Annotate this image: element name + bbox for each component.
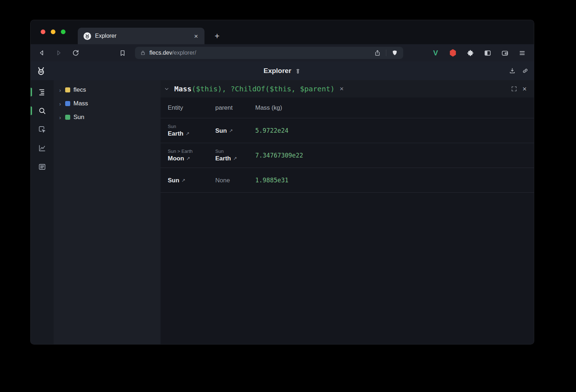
active-indicator	[31, 88, 32, 96]
query-search-icon[interactable]	[35, 104, 49, 118]
parent-link[interactable]: Earth ↗	[215, 154, 255, 163]
window-close-button[interactable]	[41, 29, 45, 34]
entity-link[interactable]: Sun ↗	[168, 176, 215, 184]
column-header-mass: Mass (kg)	[255, 104, 534, 111]
sidebar-rail	[31, 80, 54, 344]
divider	[386, 50, 386, 56]
entity-tree-panel: › flecs › Mass › Sun	[54, 80, 161, 344]
column-header-parent: parent	[215, 104, 255, 111]
lock-icon	[140, 50, 146, 56]
entity-name: Earth	[168, 129, 183, 138]
extensions-puzzle-icon[interactable]	[465, 48, 475, 58]
mass-value: 7.34767309e22	[255, 152, 534, 159]
open-entity-icon: ↗	[186, 154, 190, 163]
entity-name: Moon	[168, 154, 184, 163]
traffic-lights	[41, 29, 66, 34]
entity-name: Sun	[168, 176, 179, 184]
active-indicator	[31, 106, 32, 115]
url-path: /explorer/	[172, 50, 196, 56]
entity-color-swatch	[65, 87, 70, 92]
mass-value: 5.9722e24	[255, 127, 534, 134]
table-row: Sun Earth ↗ Sun ↗ 5.9722e24	[161, 118, 534, 143]
browser-toolbar: flecs.dev /explorer/ V	[31, 44, 534, 61]
bookmark-icon[interactable]	[117, 47, 128, 58]
entity-tree-icon[interactable]	[35, 85, 49, 99]
close-query-icon[interactable]: ×	[520, 85, 529, 93]
tab-close-icon[interactable]: ×	[193, 32, 199, 40]
parent-name: None	[215, 176, 230, 184]
reload-button[interactable]	[70, 47, 81, 58]
vue-glyph: V	[433, 49, 438, 57]
browser-window: Explorer × +	[30, 20, 534, 345]
download-icon[interactable]	[507, 66, 517, 76]
stats-chart-icon[interactable]	[35, 141, 49, 155]
menu-icon[interactable]	[517, 48, 527, 58]
window-zoom-button[interactable]	[61, 29, 66, 34]
new-tab-button[interactable]: +	[211, 30, 223, 42]
sidebar-toggle-icon[interactable]	[483, 48, 492, 58]
tree-item-label: flecs	[73, 86, 86, 94]
forward-button[interactable]	[53, 47, 64, 58]
chevron-down-icon[interactable]	[163, 86, 170, 92]
query-input[interactable]: Mass($this), ?ChildOf($this, $parent)	[174, 85, 335, 93]
flecs-favicon-icon	[84, 32, 91, 40]
table-row: Sun ↗ None 1.9885e31	[161, 168, 534, 193]
tab-title: Explorer	[95, 33, 193, 39]
query-panel: Mass($this), ?ChildOf($this, $parent) × …	[161, 80, 534, 344]
entity-cell: Sun Earth ↗	[168, 123, 215, 138]
fullscreen-icon[interactable]	[510, 85, 518, 93]
expand-chevron-icon[interactable]: ›	[57, 87, 63, 93]
entity-path: Sun > Earth	[168, 148, 215, 154]
url-domain: flecs.dev	[149, 50, 172, 56]
parent-cell: Sun Earth ↗	[215, 148, 255, 163]
entity-link[interactable]: Earth ↗	[168, 129, 215, 138]
tree-item-label: Sun	[73, 114, 84, 121]
brave-shields-icon[interactable]	[391, 50, 398, 56]
expand-chevron-icon[interactable]: ›	[57, 101, 63, 107]
open-entity-icon: ↗	[181, 176, 185, 184]
parent-link[interactable]: Sun ↗	[215, 127, 255, 135]
share-icon[interactable]	[374, 50, 381, 56]
browser-tab-explorer[interactable]: Explorer ×	[78, 28, 204, 44]
url-bar[interactable]: flecs.dev /explorer/	[135, 47, 403, 59]
parent-path: Sun	[215, 148, 255, 154]
tree-item-label: Mass	[73, 100, 88, 107]
memory-icon[interactable]	[35, 160, 49, 174]
explorer-header: Explorer	[31, 61, 534, 80]
query-term-rest: ($this), ?ChildOf($this, $parent)	[192, 85, 334, 93]
share-link-icon[interactable]	[520, 66, 530, 76]
open-entity-icon: ↗	[233, 154, 237, 163]
entity-cell: Sun > Earth Moon ↗	[168, 148, 215, 163]
inspect-icon[interactable]	[35, 123, 49, 136]
page-title: Explorer	[264, 67, 291, 75]
entity-link[interactable]: Moon ↗	[168, 154, 215, 163]
parent-name: Sun	[215, 127, 227, 135]
back-button[interactable]	[36, 47, 47, 58]
entity-path: Sun	[168, 123, 215, 129]
extension-hexagon-icon[interactable]	[448, 48, 458, 58]
vue-devtools-icon[interactable]: V	[431, 48, 440, 58]
entity-cell: Sun ↗	[168, 176, 215, 184]
query-clear-icon[interactable]: ×	[340, 85, 344, 93]
tree-item-sun[interactable]: › Sun	[54, 110, 161, 124]
parent-name: Earth	[215, 154, 231, 163]
column-header-entity: Entity	[168, 104, 215, 111]
expand-chevron-icon[interactable]: ›	[57, 114, 63, 120]
connection-status-icon	[295, 68, 301, 74]
query-header: Mass($this), ?ChildOf($this, $parent) × …	[161, 80, 534, 97]
entity-color-swatch	[65, 115, 70, 120]
parent-none: None	[215, 176, 255, 184]
result-table-header: Entity parent Mass (kg)	[161, 97, 534, 118]
parent-cell: Sun ↗	[215, 127, 255, 135]
flecs-logo-icon	[36, 65, 46, 76]
hexagon-shape	[450, 49, 456, 57]
table-row: Sun > Earth Moon ↗ Sun Earth ↗ 7.3476730…	[161, 143, 534, 168]
explorer-body: › flecs › Mass › Sun Mass($this), ?Chi	[31, 80, 534, 344]
entity-color-swatch	[65, 101, 70, 106]
query-term-name: Mass	[174, 85, 192, 93]
tree-item-mass[interactable]: › Mass	[54, 97, 161, 110]
window-minimize-button[interactable]	[51, 29, 55, 34]
tree-item-flecs[interactable]: › flecs	[54, 83, 161, 97]
mass-value: 1.9885e31	[255, 177, 534, 184]
wallet-icon[interactable]	[500, 48, 509, 58]
